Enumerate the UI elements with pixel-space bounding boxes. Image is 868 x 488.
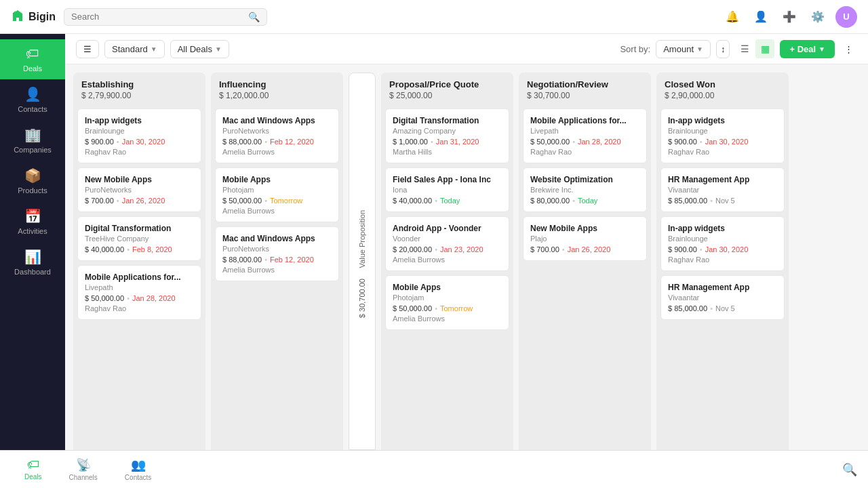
deal-card[interactable]: Digital Transformation Amazing Company $… bbox=[385, 108, 509, 163]
deal-date: Tomorrow bbox=[270, 197, 302, 205]
deal-company: Amazing Company bbox=[393, 127, 502, 135]
bottom-search-icon[interactable]: 🔍 bbox=[842, 463, 857, 476]
settings-icon[interactable]: ⚙️ bbox=[807, 6, 829, 28]
deal-card[interactable]: Digital Transformation TreeHive Company … bbox=[77, 216, 201, 261]
deal-company: Livepath bbox=[530, 127, 639, 135]
sidebar-item-companies-label: Companies bbox=[14, 146, 52, 154]
deal-card[interactable]: Field Sales App - Iona Inc Iona $ 40,000… bbox=[385, 167, 509, 212]
bottom-deals-label: Deals bbox=[24, 473, 42, 481]
deal-card[interactable]: HR Management App Vivaantar $ 85,000.00 … bbox=[660, 167, 785, 212]
all-deals-button[interactable]: All Deals ▼ bbox=[170, 40, 229, 58]
sidebar-item-activities[interactable]: 📅 Activities bbox=[0, 201, 65, 242]
col-title-closed-won: Closed Won bbox=[665, 79, 781, 89]
bottom-channels-icon: 📡 bbox=[76, 458, 91, 472]
amount-sort-label: Amount bbox=[663, 44, 694, 54]
filter-icon: ☰ bbox=[83, 44, 92, 54]
bottom-tab-deals[interactable]: 🏷 Deals bbox=[11, 453, 56, 485]
col-cards-establishing: In-app widgets Brainlounge $ 900.00 • Ja… bbox=[73, 104, 205, 450]
add-icon[interactable]: ➕ bbox=[778, 6, 800, 28]
col-cards-closed-won: In-app widgets Brainlounge $ 900.00 • Ja… bbox=[656, 104, 789, 450]
kanban-view-icon[interactable]: ▦ bbox=[755, 39, 774, 58]
add-deal-label: + Deal bbox=[789, 44, 816, 54]
deal-card[interactable]: New Mobile Apps PuroNetworks $ 700.00 • … bbox=[77, 167, 201, 212]
deal-assignee: Amelia Burrows bbox=[222, 266, 332, 274]
col-header-influencing: Influencing $ 1,20,000.00 bbox=[211, 73, 343, 104]
col-amount-proposal: $ 25,000.00 bbox=[389, 91, 505, 100]
deal-date: Jan 31, 2020 bbox=[436, 138, 479, 146]
deal-assignee: Raghav Rao bbox=[668, 256, 777, 264]
column-negotiation: Negotiation/Review $ 30,700.00 Mobile Ap… bbox=[519, 73, 651, 450]
list-view-icon[interactable]: ☰ bbox=[735, 39, 754, 58]
sidebar-item-deals[interactable]: 🏷 Deals bbox=[0, 39, 65, 79]
logo-icon bbox=[11, 9, 24, 25]
search-box[interactable]: 🔍 bbox=[64, 8, 267, 26]
deal-card[interactable]: Mac and Windows Apps PuroNetworks $ 88,0… bbox=[215, 108, 339, 163]
deal-date: Jan 30, 2020 bbox=[705, 245, 749, 253]
deal-company: Livepath bbox=[85, 283, 194, 291]
sidebar-item-deals-label: Deals bbox=[23, 64, 42, 73]
deal-card[interactable]: Mobile Apps Photojam $ 50,000.00 • Tomor… bbox=[215, 167, 339, 222]
deal-amount: $ 88,000.00 bbox=[222, 256, 262, 264]
notifications-icon[interactable]: 🔔 bbox=[722, 6, 743, 28]
column-establishing: Establishing $ 2,79,900.00 In-app widget… bbox=[73, 73, 205, 450]
sidebar-item-contacts-label: Contacts bbox=[18, 105, 47, 113]
search-input[interactable] bbox=[71, 12, 244, 22]
deal-meta: $ 700.00 • Jan 26, 2020 bbox=[530, 245, 639, 253]
deal-meta: $ 900.00 • Jan 30, 2020 bbox=[668, 245, 777, 253]
sort-direction-button[interactable]: ↕ bbox=[716, 40, 730, 58]
deal-card[interactable]: HR Management App Vivaantar $ 85,000.00 … bbox=[660, 275, 785, 320]
filter-button[interactable]: ☰ bbox=[76, 40, 99, 58]
deal-assignee: Amelia Burrows bbox=[393, 314, 502, 323]
deal-name: Digital Transformation bbox=[393, 116, 502, 125]
deal-card[interactable]: In-app widgets Brainlounge $ 900.00 • Ja… bbox=[660, 216, 785, 271]
deal-meta: $ 80,000.00 • Today bbox=[530, 197, 639, 205]
deal-amount: $ 20,000.00 bbox=[393, 245, 432, 253]
column-proposal: Proposal/Price Quote $ 25,000.00 Digital… bbox=[381, 73, 513, 450]
deal-card[interactable]: In-app widgets Brainlounge $ 900.00 • Ja… bbox=[660, 108, 785, 163]
more-options-button[interactable]: ⋮ bbox=[840, 41, 857, 58]
kanban-board: Establishing $ 2,79,900.00 In-app widget… bbox=[65, 64, 868, 450]
deal-meta: $ 85,000.00 • Nov 5 bbox=[668, 304, 777, 312]
deal-date: Jan 23, 2020 bbox=[440, 245, 484, 253]
deal-name: Mobile Apps bbox=[222, 175, 332, 184]
deal-card[interactable]: Mac and Windows Apps PuroNetworks $ 88,0… bbox=[215, 226, 339, 281]
col-cards-negotiation: Mobile Applications for... Livepath $ 50… bbox=[519, 104, 651, 450]
deal-name: Android App - Voonder bbox=[393, 224, 502, 233]
deal-card[interactable]: Android App - Voonder Voonder $ 20,000.0… bbox=[385, 216, 509, 271]
deal-meta: $ 50,000.00 • Jan 28, 2020 bbox=[530, 138, 639, 146]
user-profile-icon[interactable]: 👤 bbox=[750, 6, 772, 28]
deal-card[interactable]: Website Optimization Brekwire Inc. $ 80,… bbox=[523, 167, 647, 212]
standard-label: Standard bbox=[112, 44, 148, 54]
deal-date: Jan 28, 2020 bbox=[132, 294, 176, 302]
deal-card[interactable]: Mobile Applications for... Livepath $ 50… bbox=[523, 108, 647, 163]
sidebar-item-contacts[interactable]: 👤 Contacts bbox=[0, 79, 65, 120]
view-icons: ☰ ▦ bbox=[735, 39, 774, 58]
deal-card[interactable]: Mobile Applications for... Livepath $ 50… bbox=[77, 265, 201, 320]
bottom-tab-contacts[interactable]: 👥 Contacts bbox=[111, 453, 165, 485]
deal-name: Field Sales App - Iona Inc bbox=[393, 175, 502, 184]
sidebar-item-companies[interactable]: 🏢 Companies bbox=[0, 120, 65, 161]
deal-card[interactable]: New Mobile Apps Plajo $ 700.00 • Jan 26,… bbox=[523, 216, 647, 261]
deal-name: Mac and Windows Apps bbox=[222, 234, 332, 243]
standard-filter-button[interactable]: Standard ▼ bbox=[104, 40, 165, 58]
deal-date: Jan 26, 2020 bbox=[122, 197, 165, 205]
deal-card[interactable]: In-app widgets Brainlounge $ 900.00 • Ja… bbox=[77, 108, 201, 163]
avatar[interactable]: U bbox=[835, 6, 857, 28]
sort-amount-button[interactable]: Amount ▼ bbox=[656, 40, 711, 58]
deal-date: Jan 26, 2020 bbox=[568, 245, 611, 253]
bottom-tab-channels[interactable]: 📡 Channels bbox=[56, 453, 111, 485]
deal-card[interactable]: Mobile Apps Photojam $ 50,000.00 • Tomor… bbox=[385, 275, 509, 330]
deal-assignee: Amelia Burrows bbox=[393, 256, 502, 264]
main-layout: 🏷 Deals 👤 Contacts 🏢 Companies 📦 Product… bbox=[0, 34, 868, 450]
chevron-down-icon: ▼ bbox=[151, 45, 157, 53]
deal-amount: $ 50,000.00 bbox=[530, 138, 570, 146]
add-deal-button[interactable]: + Deal ▼ bbox=[780, 40, 835, 58]
col-amount-influencing: $ 1,20,000.00 bbox=[219, 91, 335, 100]
sidebar-item-products-label: Products bbox=[18, 186, 47, 195]
sidebar-item-dashboard[interactable]: 📊 Dashboard bbox=[0, 242, 65, 283]
col-amount-closed-won: $ 2,90,000.00 bbox=[665, 91, 781, 100]
sidebar-item-products[interactable]: 📦 Products bbox=[0, 161, 65, 201]
deal-name: Digital Transformation bbox=[85, 224, 194, 233]
bottom-tabs: 🏷 Deals 📡 Channels 👥 Contacts bbox=[11, 453, 165, 485]
column-closed-won: Closed Won $ 2,90,000.00 In-app widgets … bbox=[656, 73, 789, 450]
